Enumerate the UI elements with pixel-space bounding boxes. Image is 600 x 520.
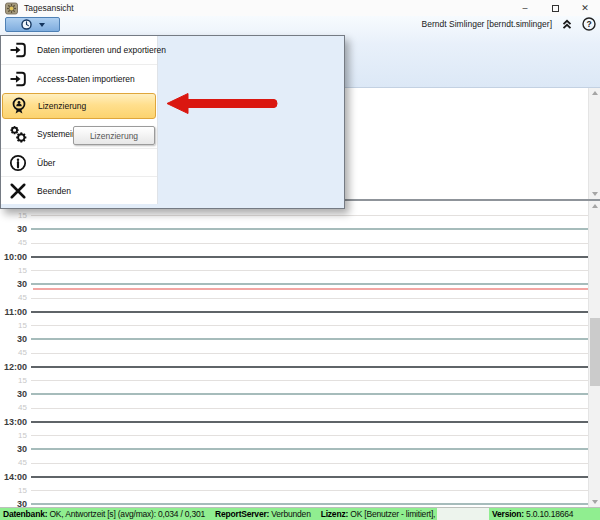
time-tick-label: 15	[0, 484, 30, 498]
menu-item-lizenzierung[interactable]: Lizenzierung	[2, 93, 156, 119]
time-tick-label: 45	[0, 291, 30, 305]
time-tick-label: 12:00	[0, 360, 30, 374]
application-menu-panel: Daten importieren und exportieren Access…	[0, 35, 345, 209]
time-gridline	[31, 270, 588, 271]
time-gridline	[31, 256, 588, 258]
time-tick: 45	[0, 291, 588, 305]
svg-text:?: ?	[586, 19, 591, 29]
scroll-down-icon[interactable]	[592, 192, 598, 196]
chevron-down-icon	[39, 23, 45, 27]
menu-item-beenden[interactable]: Beenden	[1, 176, 157, 204]
time-tick-label: 15	[0, 374, 30, 388]
time-tick-label: 10:00	[0, 250, 30, 264]
exit-icon	[6, 179, 30, 203]
menu-item-access-daten-importieren[interactable]: Access-Daten importieren	[1, 64, 157, 92]
help-icon[interactable]: ?	[582, 17, 596, 31]
time-tick-label: 30	[0, 387, 30, 401]
time-gridline	[31, 476, 588, 478]
time-gridline	[31, 325, 588, 326]
time-tick: 15	[0, 209, 588, 223]
menu-item-daten-importieren-exportieren[interactable]: Daten importieren und exportieren	[1, 36, 157, 64]
time-gridline	[31, 338, 588, 340]
menu-item-label: Access-Daten importieren	[37, 74, 135, 84]
scrollbar-thumb[interactable]	[590, 318, 600, 386]
clock-icon	[20, 18, 33, 31]
info-icon	[6, 151, 30, 175]
window-title: Tagesansicht	[24, 3, 74, 13]
time-tick: 30	[0, 332, 588, 346]
time-gridline	[31, 503, 588, 505]
status-segment-database: Datenbank: OK, Antwortzeit [s] (avg/max)…	[0, 508, 437, 520]
scroll-down-icon[interactable]	[592, 500, 598, 504]
license-badge-icon	[7, 94, 31, 118]
time-gridline	[31, 311, 588, 313]
time-tick: 30	[0, 497, 588, 507]
close-button[interactable]: ✕	[570, 0, 600, 16]
menu-item-ueber[interactable]: Über	[1, 148, 157, 176]
time-tick-label: 15	[0, 319, 30, 333]
time-tick-label: 30	[0, 277, 30, 291]
time-gridline	[31, 463, 588, 464]
menu-item-label: Beenden	[37, 186, 71, 196]
time-tick-label: 15	[0, 209, 30, 223]
tooltip: Lizenzierung	[73, 126, 155, 145]
time-tick: 45	[0, 236, 588, 250]
time-tick: 30	[0, 387, 588, 401]
application-menu-button[interactable]	[5, 17, 60, 32]
minimize-button[interactable]: –	[510, 0, 540, 16]
import-icon	[6, 67, 30, 91]
time-tick: 10:00	[0, 250, 588, 264]
time-tick-label: 15	[0, 429, 30, 443]
timeline-scrollbar[interactable]	[588, 201, 600, 507]
gears-icon	[6, 122, 30, 146]
status-item: ReportServer: Verbunden	[215, 509, 311, 519]
status-item: Version: 5.0.10.18664	[492, 509, 573, 519]
time-tick-label: 45	[0, 346, 30, 360]
time-gridline	[31, 421, 588, 423]
maximize-button[interactable]	[540, 0, 570, 16]
menu-item-label: Über	[37, 158, 55, 168]
time-gridline	[31, 353, 588, 354]
time-tick-label: 14:00	[0, 470, 30, 484]
time-gridline	[31, 366, 588, 368]
time-tick: 12:00	[0, 360, 588, 374]
status-segment-version: Version: 5.0.10.18664	[489, 508, 600, 520]
scroll-up-icon[interactable]	[592, 91, 598, 95]
time-tick: 15	[0, 429, 588, 443]
time-tick: 13:00	[0, 415, 588, 429]
status-item: Lizenz: OK [Benutzer - limitiert], bis: …	[321, 509, 437, 519]
time-tick: 15	[0, 484, 588, 498]
time-tick-label: 30	[0, 497, 30, 507]
time-gridline	[31, 393, 588, 395]
time-tick: 45	[0, 346, 588, 360]
logged-in-user-label: Berndt Simlinger [berndt.simlinger]	[422, 19, 552, 29]
time-gridline	[31, 283, 588, 285]
title-bar: Tagesansicht – ✕	[0, 0, 600, 16]
time-gridline	[31, 448, 588, 450]
annotation-arrow-icon	[166, 92, 278, 115]
maximize-icon	[552, 5, 559, 12]
time-gridline	[31, 490, 588, 491]
app-window: { "window": { "title": "Tagesansicht", "…	[0, 0, 600, 520]
time-tick-label: 11:00	[0, 305, 30, 319]
time-tick-label: 15	[0, 264, 30, 278]
time-gridline	[31, 298, 588, 299]
time-gridline	[31, 435, 588, 436]
allday-scrollbar[interactable]	[588, 88, 600, 199]
time-gridline	[31, 228, 588, 230]
time-tick: 45	[0, 401, 588, 415]
time-tick-label: 30	[0, 222, 30, 236]
collapse-ribbon-icon[interactable]	[561, 18, 573, 30]
time-tick: 14:00	[0, 470, 588, 484]
time-tick-label: 45	[0, 401, 30, 415]
status-item: Datenbank: OK, Antwortzeit [s] (avg/max)…	[3, 509, 205, 519]
scroll-up-icon[interactable]	[592, 204, 598, 208]
time-tick: 15	[0, 319, 588, 333]
time-tick: 15	[0, 264, 588, 278]
import-export-icon	[6, 38, 30, 62]
time-gridline	[31, 243, 588, 244]
status-bar: Datenbank: OK, Antwortzeit [s] (avg/max)…	[0, 507, 600, 520]
day-view-timeline: 15304510:0015304511:0015304512:001530451…	[0, 201, 600, 507]
time-tick: 15	[0, 374, 588, 388]
current-time-line	[33, 288, 588, 290]
